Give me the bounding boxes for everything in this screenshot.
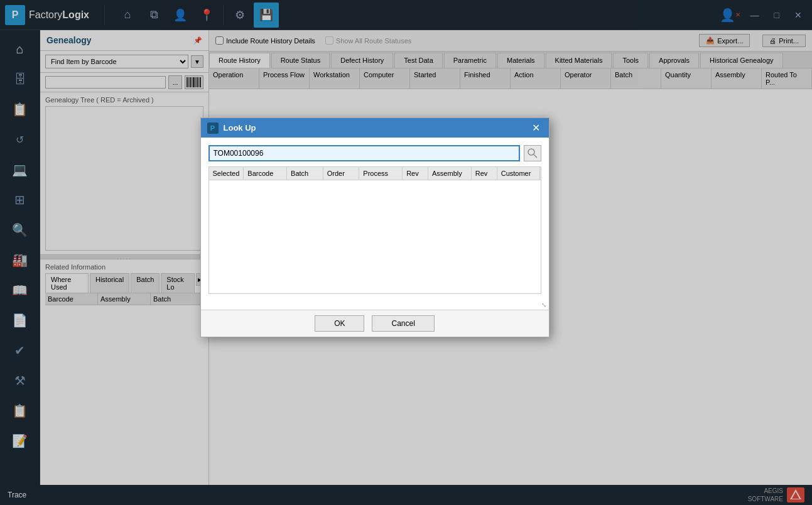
modal-title: Look Up — [224, 123, 529, 133]
resize-corner: ⤡ — [201, 301, 549, 310]
modal-titlebar: P Look Up ✕ — [201, 118, 549, 138]
search-icon — [528, 148, 538, 158]
res-col-assembly: Assembly — [428, 167, 472, 180]
res-col-customer: Customer — [497, 167, 541, 180]
modal-icon: P — [207, 122, 219, 134]
lookup-search-input[interactable] — [208, 145, 520, 161]
search-row — [208, 145, 541, 161]
res-col-selected: Selected — [209, 167, 244, 180]
cancel-button[interactable]: Cancel — [372, 315, 434, 332]
res-col-batch: Batch — [287, 167, 323, 180]
res-col-rev: Rev — [403, 167, 428, 180]
modal-close-button[interactable]: ✕ — [529, 122, 543, 134]
res-col-rev2: Rev — [472, 167, 497, 180]
modal-body: Selected Barcode Batch Order Process Rev… — [201, 138, 549, 301]
ok-button[interactable]: OK — [315, 315, 364, 332]
res-col-barcode: Barcode — [244, 167, 287, 180]
svg-line-12 — [534, 155, 537, 158]
results-table: Selected Barcode Batch Order Process Rev… — [208, 166, 541, 294]
results-body — [209, 180, 541, 293]
res-col-process: Process — [359, 167, 403, 180]
res-col-order: Order — [323, 167, 360, 180]
modal-overlay: P Look Up ✕ Selected Barcode Batch — [0, 0, 812, 505]
lookup-search-button[interactable] — [524, 145, 541, 161]
modal-footer: OK Cancel — [201, 310, 549, 337]
lookup-dialog: P Look Up ✕ Selected Barcode Batch — [200, 117, 549, 337]
results-header: Selected Barcode Batch Order Process Rev… — [209, 167, 541, 180]
svg-point-11 — [528, 149, 534, 155]
